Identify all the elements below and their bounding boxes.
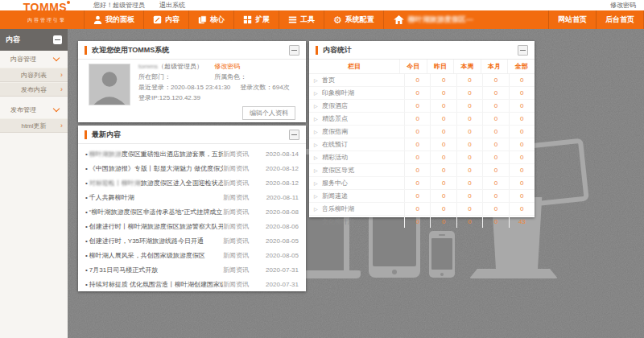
- sidebar-group-content-mgmt[interactable]: 内容管理: [0, 51, 68, 68]
- article-title-link[interactable]: 7月31日司马楼正式开放: [85, 266, 223, 274]
- sidebar-item-publish-content[interactable]: 发布内容: [0, 82, 68, 97]
- collapse-button[interactable]: [518, 45, 528, 56]
- stat-yesterday: 0: [430, 190, 456, 202]
- stat-yesterday: 0: [430, 74, 456, 86]
- stat-week: 0: [456, 113, 482, 125]
- expand-triangle-icon[interactable]: [314, 102, 322, 109]
- expand-triangle-icon[interactable]: [314, 205, 322, 212]
- nav-item-dashboard[interactable]: 我的面板: [84, 10, 143, 29]
- expand-triangle-icon[interactable]: [314, 167, 322, 174]
- stat-month: 0: [482, 203, 508, 215]
- list-item: 创建进行时丨柳叶湖旅游度假区旅游警察大队开展景区养犬 新闻资讯 2020-08-…: [85, 219, 299, 233]
- avatar: [89, 64, 130, 105]
- stat-today: 0: [404, 164, 430, 176]
- stat-total: 0: [509, 164, 535, 176]
- current-site[interactable]: 柳叶湖旅游度假区—: [384, 10, 483, 29]
- article-title-link[interactable]: 柳叶湖旅游度假区重磅推出酒店旅游套票，五折优惠，等你: [85, 150, 223, 159]
- accent-bar: [85, 46, 87, 55]
- last-login-value: 2020-08-15 23:41:30: [171, 84, 230, 91]
- logo-subtitle: 内容管理引擎: [10, 17, 84, 24]
- stat-month: 0: [482, 151, 508, 163]
- extend-grid-icon: [243, 15, 252, 24]
- sidebar-collapse-button[interactable]: [53, 35, 62, 44]
- article-title-link[interactable]: 创建进行时丨柳叶湖旅游度假区旅游警察大队开展景区养犬: [85, 222, 223, 231]
- article-title-link[interactable]: “柳叶湖旅游度假区非遗传承基地”正式挂牌成立: [85, 208, 223, 216]
- article-category: 新闻资讯: [223, 222, 258, 231]
- nav-item-core[interactable]: 核心: [188, 10, 233, 29]
- expand-triangle-icon[interactable]: [314, 76, 322, 84]
- collapse-button[interactable]: [289, 45, 299, 56]
- stat-total: 0: [509, 203, 535, 215]
- article-title-link[interactable]: 柳叶湖人展风采，共创国家级旅游度假区: [85, 251, 223, 260]
- row-label: 度假酒店: [322, 101, 348, 110]
- login-count-value: 694次: [272, 84, 289, 91]
- list-item: 对标迎检丨柳叶湖旅游度假区进入全面迎检状态 新闻资讯 2020-08-12: [85, 175, 299, 190]
- stat-month: 0: [482, 190, 508, 202]
- logo-dot-icon: [67, 1, 70, 4]
- stat-month: 0: [482, 100, 508, 112]
- list-item: 持续对标提质 优化氛围营造丨柳叶湖创建国家级旅游度假区 新闻资讯 2020-07…: [85, 277, 299, 291]
- logout-link[interactable]: 退出系统: [159, 1, 185, 10]
- table-row: 服务中心 0 0 0 0 0: [309, 177, 535, 190]
- dept-label: 所在部门：: [138, 72, 213, 82]
- expand-triangle-icon[interactable]: [314, 192, 322, 200]
- role-label: 所属角色：: [214, 73, 246, 80]
- expand-triangle-icon[interactable]: [314, 89, 322, 97]
- gear-icon: [333, 15, 342, 25]
- article-title-link[interactable]: 创建进行时，Y35环湖旅游线路今日开通: [85, 237, 223, 245]
- row-label: 文化柳叶湖: [322, 217, 354, 226]
- sidebar-item-content-list[interactable]: 内容列表: [0, 68, 68, 82]
- row-label: 音乐柳叶湖: [322, 204, 354, 213]
- accent-bar: [85, 130, 87, 139]
- content-stats-card: 内容统计 栏目 今日 昨日 本周 本月 全部 首页 0 0 0 0 0: [309, 41, 535, 217]
- nav-item-system-config[interactable]: 系统配置: [324, 10, 384, 29]
- collapse-button[interactable]: [289, 130, 299, 140]
- column-header: 今日: [399, 60, 427, 73]
- stat-yesterday: 0: [430, 203, 456, 215]
- nav-item-label: 工具: [300, 14, 315, 25]
- article-category: 新闻资讯: [223, 251, 258, 260]
- row-label: 在线预订: [322, 140, 348, 149]
- admin-home-link[interactable]: 后台首页: [596, 10, 644, 29]
- list-item: 《中国旅游报》专版丨彰显大湖魅力 做优度假文章 新闻资讯 2020-08-12: [85, 161, 299, 175]
- phone-silhouette: [429, 231, 455, 278]
- change-password-link[interactable]: 修改密码: [610, 1, 636, 10]
- list-item: 7月31日司马楼正式开放 新闻资讯 2020-07-31: [85, 262, 299, 277]
- expand-triangle-icon[interactable]: [314, 154, 322, 161]
- stat-total: 43: [509, 216, 535, 228]
- article-title-link[interactable]: 千人共舞柳叶湖: [85, 193, 223, 202]
- expand-triangle-icon[interactable]: [314, 179, 322, 187]
- nav-item-content[interactable]: 内容: [143, 10, 188, 29]
- sidebar-header: 内容: [0, 29, 68, 51]
- expand-triangle-icon[interactable]: [314, 141, 322, 148]
- change-password-link[interactable]: 修改密码: [214, 63, 240, 70]
- article-date: 2020-08-11: [258, 194, 299, 201]
- expand-triangle-icon[interactable]: [314, 128, 322, 135]
- stat-total: 0: [509, 74, 535, 86]
- stat-month: 0: [482, 164, 508, 176]
- stat-month: 0: [482, 87, 508, 99]
- nav-menu: 我的面板 内容 核心 扩展 工具 系统配置: [84, 10, 384, 29]
- row-label: 首页: [322, 76, 335, 84]
- stat-month: 0: [482, 138, 508, 150]
- article-title-link[interactable]: 对标迎检丨柳叶湖旅游度假区进入全面迎检状态: [85, 179, 223, 188]
- nav-item-extend[interactable]: 扩展: [233, 10, 279, 29]
- site-home-link[interactable]: 网站首页: [548, 10, 596, 29]
- nav-item-tools[interactable]: 工具: [279, 10, 324, 29]
- sidebar-group-publish-mgmt[interactable]: 发布管理: [0, 101, 68, 118]
- edit-profile-button[interactable]: 编辑个人资料: [242, 106, 295, 120]
- stat-total: 0: [509, 100, 535, 112]
- expand-triangle-icon[interactable]: [314, 115, 322, 122]
- article-title-link[interactable]: 《中国旅游报》专版丨彰显大湖魅力 做优度假文章: [85, 164, 223, 173]
- sidebar-item-html-update[interactable]: html更新: [0, 118, 68, 133]
- stat-month: 0: [482, 113, 508, 125]
- table-row: 在线预订 0 0 0 0 0: [309, 138, 535, 151]
- article-date: 2020-07-31: [258, 266, 299, 274]
- article-title-link[interactable]: 持续对标提质 优化氛围营造丨柳叶湖创建国家级旅游度假区: [85, 280, 223, 289]
- main-navbar: 我的面板 内容 核心 扩展 工具 系统配置 柳叶湖旅游度假区— 网站首页 后台首…: [0, 10, 644, 29]
- welcome-card: 欢迎您使用TOMMS系统 tomms（超级管理员） 修改密码 所在部门： 所属角…: [78, 41, 306, 122]
- list-item: “柳叶湖旅游度假区非遗传承基地”正式挂牌成立 新闻资讯 2020-08-08: [85, 204, 299, 219]
- stat-today: 0: [404, 87, 430, 99]
- column-header: 本周: [453, 60, 481, 73]
- greeting-text: 您好！超级管理员: [93, 1, 145, 10]
